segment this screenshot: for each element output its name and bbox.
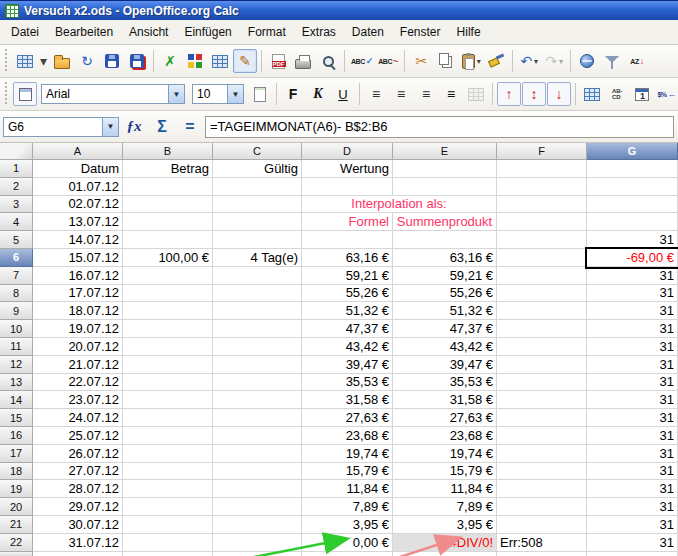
cell-D18[interactable]: 15,79 € [302,463,393,481]
cell-E9[interactable]: 51,32 € [393,302,497,320]
cell-G20[interactable]: 31 [587,498,678,516]
cell-B14[interactable] [123,391,213,409]
cell-E15[interactable]: 27,63 € [393,409,497,427]
cell-B20[interactable] [123,498,213,516]
cell-C21[interactable] [213,516,302,534]
cell-A12[interactable]: 21.07.12 [33,356,123,374]
cell-E10[interactable]: 47,37 € [393,320,497,338]
name-box-dropdown-icon[interactable]: ▼ [103,117,119,137]
open-folder-icon[interactable] [50,49,74,73]
cell-E23[interactable] [393,552,497,556]
row-header-13[interactable]: 13 [0,374,33,392]
cell-A15[interactable]: 24.07.12 [33,409,123,427]
cell-G1[interactable] [587,160,678,178]
align-vcenter-icon[interactable]: ↕ [522,82,546,106]
row-header-2[interactable]: 2 [0,178,33,196]
cell-D4[interactable]: Formel [302,213,393,231]
cell-F2[interactable] [497,178,587,196]
cell-D19[interactable]: 11,84 € [302,480,393,498]
cell-D2[interactable] [302,178,393,196]
gallery-squares-icon[interactable] [183,49,207,73]
calc-x-icon[interactable]: ✗ [158,49,182,73]
cell-G23[interactable] [587,552,678,556]
cell-A3[interactable]: 02.07.12 [33,196,123,214]
cell-D3[interactable]: Interpolation als: [302,196,497,214]
column-header-A[interactable]: A [33,143,123,160]
align-center-icon[interactable]: ≡ [389,82,413,106]
page-preview-icon[interactable] [316,49,340,73]
cell-G3[interactable] [587,196,678,214]
font-name-dropdown-icon[interactable]: ▼ [169,84,185,104]
cell-A4[interactable]: 13.07.12 [33,213,123,231]
cell-C5[interactable] [213,231,302,249]
cell-D16[interactable]: 23,68 € [302,427,393,445]
cell-F10[interactable] [497,320,587,338]
cell-B22[interactable] [123,534,213,552]
cell-D21[interactable]: 3,95 € [302,516,393,534]
cell-E16[interactable]: 23,68 € [393,427,497,445]
title-bar[interactable]: Versuch x2.ods - OpenOffice.org Calc [0,0,678,20]
column-header-F[interactable]: F [497,143,587,160]
column-header-G[interactable]: G [587,143,678,160]
cell-G7[interactable]: 31 [587,267,678,285]
cell-G8[interactable]: 31 [587,285,678,303]
cell-A6[interactable]: 15.07.12 [33,249,123,267]
cell-G18[interactable]: 31 [587,463,678,481]
column-header-D[interactable]: D [302,143,393,160]
row-header-19[interactable]: 19 [0,480,33,498]
cell-E2[interactable] [393,178,497,196]
row-header-10[interactable]: 10 [0,320,33,338]
cell-F21[interactable] [497,516,587,534]
row-header-16[interactable]: 16 [0,427,33,445]
cell-A18[interactable]: 27.07.12 [33,463,123,481]
font-size-input[interactable] [192,84,228,104]
sort-descending-icon[interactable]: AZ↓ [625,49,649,73]
cell-C4[interactable] [213,213,302,231]
cell-E6[interactable]: 63,16 € [393,249,497,267]
cell-F14[interactable] [497,391,587,409]
row-header-1[interactable]: 1 [0,160,33,178]
cell-A1[interactable]: Datum [33,160,123,178]
cell-A23[interactable] [33,552,123,556]
row-header-21[interactable]: 21 [0,516,33,534]
row-header-17[interactable]: 17 [0,445,33,463]
cell-E17[interactable]: 19,74 € [393,445,497,463]
cell-G9[interactable]: 31 [587,302,678,320]
cell-C7[interactable] [213,267,302,285]
cell-G14[interactable]: 31 [587,391,678,409]
menu-einfügen[interactable]: Einfügen [176,22,239,42]
cell-B21[interactable] [123,516,213,534]
cell-C1[interactable]: Gültig [213,160,302,178]
cell-E22[interactable]: #DIV/0! [393,534,497,552]
paste-icon-dropdown[interactable]: ▾ [477,57,481,66]
sum-button[interactable]: Σ [149,115,175,139]
row-header-14[interactable]: 14 [0,391,33,409]
cell-D10[interactable]: 47,37 € [302,320,393,338]
copy-icon[interactable] [434,49,458,73]
column-header-B[interactable]: B [123,143,213,160]
cell-G2[interactable] [587,178,678,196]
cell-B18[interactable] [123,463,213,481]
cell-C3[interactable] [213,196,302,214]
row-header-5[interactable]: 5 [0,231,33,249]
cell-A16[interactable]: 25.07.12 [33,427,123,445]
cell-A11[interactable]: 20.07.12 [33,338,123,356]
cell-D8[interactable]: 55,26 € [302,285,393,303]
align-bottom-icon[interactable]: ↓ [547,82,571,106]
cell-A8[interactable]: 17.07.12 [33,285,123,303]
cell-B10[interactable] [123,320,213,338]
cell-F4[interactable] [497,213,587,231]
cell-F16[interactable] [497,427,587,445]
cell-G22[interactable]: 31 [587,534,678,552]
borders-icon[interactable] [580,82,604,106]
menu-extras[interactable]: Extras [294,22,344,42]
cell-G19[interactable]: 31 [587,480,678,498]
row-header-4[interactable]: 4 [0,213,33,231]
save-icon[interactable] [100,49,124,73]
new-dropdown-icon[interactable]: ▾ [38,49,49,73]
cell-E12[interactable]: 39,47 € [393,356,497,374]
cell-F9[interactable] [497,302,587,320]
cell-F20[interactable] [497,498,587,516]
cell-A14[interactable]: 23.07.12 [33,391,123,409]
format-paintbrush-icon[interactable] [484,49,508,73]
